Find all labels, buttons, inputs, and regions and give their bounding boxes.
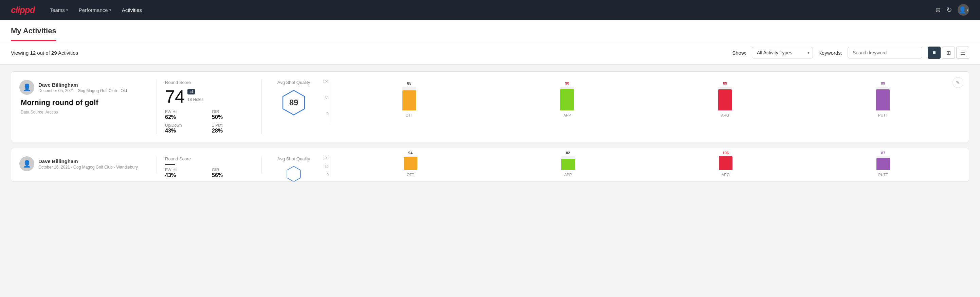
gir-stat: GIR 56%: [212, 168, 253, 179]
nav-performance[interactable]: Performance ▾: [75, 5, 115, 16]
list-compact-view-button[interactable]: ≡: [928, 46, 940, 59]
card-stats: Round Score FW Hit 43% GIR 56%: [165, 156, 253, 179]
one-putt-value: 28%: [212, 128, 253, 134]
nav-right: ⊕ ↻ 👤 ▾: [935, 4, 969, 16]
card-chart: 100 50 0 85 OTT 90: [318, 80, 961, 124]
fw-hit-stat: FW Hit 43%: [165, 168, 207, 179]
divider2: [261, 156, 262, 173]
activity-title: Morning round of golf: [19, 98, 148, 107]
big-score: 74: [165, 88, 185, 105]
page-title-wrap: My Activities: [11, 20, 56, 41]
one-putt-label: 1 Putt: [212, 123, 253, 128]
user-name: Dave Billingham: [38, 82, 127, 88]
updown-label: Up/Down: [165, 123, 207, 128]
hexagon-wrap: [285, 166, 302, 182]
performance-chevron-icon: ▾: [109, 8, 111, 12]
divider2: [261, 80, 262, 134]
grid-view-button[interactable]: ⊞: [942, 46, 955, 59]
gir-label: GIR: [212, 109, 253, 114]
holes-label: 18 Holes: [188, 97, 204, 102]
card-quality: Avg Shot Quality 89: [270, 80, 318, 116]
hexagon: [285, 166, 302, 182]
avatar-icon: 👤: [23, 83, 31, 91]
user-icon: 👤: [959, 6, 966, 14]
bar-arg: 106 ARG: [648, 151, 803, 177]
user-chevron-icon: ▾: [967, 8, 969, 12]
gir-stat: GIR 50%: [212, 109, 253, 120]
fw-hit-label: FW Hit: [165, 168, 207, 172]
card-left: 👤 Dave Billingham October 16, 2021 · Gog…: [19, 156, 148, 175]
bar-putt: 87 PUTT: [806, 151, 961, 177]
card-chart: 100 50 0 94 OTT 82: [318, 156, 961, 182]
show-label: Show:: [732, 50, 746, 56]
nav-activities[interactable]: Activities: [118, 5, 146, 16]
list-wide-view-button[interactable]: ☰: [956, 46, 969, 59]
gir-value: 50%: [212, 114, 253, 120]
bar-arg: 89 ARG: [648, 81, 803, 117]
user-row: 👤 Dave Billingham October 16, 2021 · Gog…: [19, 156, 148, 171]
y-axis: 100 50 0: [323, 80, 329, 124]
user-date: October 16, 2021 · Gog Magog Golf Club -…: [38, 165, 138, 169]
activities-list: ✎ 👤 Dave Billingham December 05, 2021 · …: [0, 65, 980, 194]
page-title: My Activities: [11, 27, 56, 35]
one-putt-stat: 1 Putt 28%: [212, 123, 253, 134]
avatar: 👤: [19, 80, 34, 95]
round-score-row: 74 +4 18 Holes: [165, 88, 253, 105]
fw-hit-stat: FW Hit 62%: [165, 109, 207, 120]
search-input[interactable]: [848, 47, 922, 59]
list-compact-icon: ≡: [932, 50, 935, 56]
logo: clippd: [11, 5, 35, 15]
divider: [156, 156, 157, 173]
card-stats: Round Score 74 +4 18 Holes FW Hit 62% GI…: [165, 80, 253, 134]
round-score-label: Round Score: [165, 156, 253, 161]
activity-card: ✎ 👤 Dave Billingham December 05, 2021 · …: [11, 71, 969, 142]
toolbar: Viewing 12 out of 29 Activities Show: Al…: [0, 41, 980, 65]
card-left: 👤 Dave Billingham December 05, 2021 · Go…: [19, 80, 148, 115]
user-info: Dave Billingham December 05, 2021 · Gog …: [38, 82, 127, 93]
divider: [156, 80, 157, 134]
fw-hit-value: 43%: [165, 172, 207, 179]
nav-teams[interactable]: Teams ▾: [46, 5, 72, 16]
avg-shot-quality-label: Avg Shot Quality: [277, 80, 310, 85]
data-source: Data Source: Arccos: [19, 110, 148, 115]
gir-value: 56%: [212, 172, 253, 179]
teams-chevron-icon: ▾: [66, 8, 68, 12]
viewing-text: Viewing 12 out of 29 Activities: [11, 50, 727, 56]
stats-grid: FW Hit 62% GIR 50% Up/Down 43% 1 Putt 28…: [165, 109, 253, 134]
list-wide-icon: ☰: [960, 50, 965, 56]
fw-hit-value: 62%: [165, 114, 207, 120]
updown-stat: Up/Down 43%: [165, 123, 207, 134]
gir-label: GIR: [212, 168, 253, 172]
activity-card: 👤 Dave Billingham October 16, 2021 · Gog…: [11, 148, 969, 182]
user-info: Dave Billingham October 16, 2021 · Gog M…: [38, 158, 138, 169]
fw-hit-label: FW Hit: [165, 109, 207, 114]
avg-shot-quality-label: Avg Shot Quality: [277, 156, 310, 161]
hexagon-wrap: 89: [280, 89, 307, 116]
grid-icon: ⊞: [947, 50, 951, 56]
activity-type-select[interactable]: All Activity Types: [752, 47, 813, 59]
nav-links: Teams ▾ Performance ▾ Activities: [46, 5, 924, 16]
viewing-count: 12: [30, 50, 36, 56]
view-toggle: ≡ ⊞ ☰: [928, 46, 969, 59]
user-row: 👤 Dave Billingham December 05, 2021 · Go…: [19, 80, 148, 95]
hexagon-score: 89: [289, 98, 299, 107]
page-header: My Activities: [0, 20, 980, 41]
keywords-label: Keywords:: [818, 50, 842, 56]
card-quality: Avg Shot Quality: [270, 156, 318, 182]
svg-marker-1: [287, 166, 301, 182]
user-avatar-nav[interactable]: 👤 ▾: [958, 4, 969, 16]
navbar: clippd Teams ▾ Performance ▾ Activities …: [0, 0, 980, 20]
user-date: December 05, 2021 · Gog Magog Golf Club …: [38, 88, 127, 93]
bar-ott: 94 OTT: [333, 151, 488, 177]
viewing-total: 29: [51, 50, 57, 56]
add-icon[interactable]: ⊕: [935, 6, 941, 14]
hexagon-svg: [285, 166, 302, 182]
avatar: 👤: [19, 156, 34, 171]
bar-app: 90 APP: [490, 81, 645, 117]
refresh-icon[interactable]: ↻: [947, 6, 952, 14]
activity-type-select-wrap: All Activity Types ▾: [752, 47, 813, 59]
bar-app: 82 APP: [491, 151, 646, 177]
stats-grid: FW Hit 43% GIR 56%: [165, 168, 253, 179]
bar-ott: 85 OTT: [332, 81, 487, 117]
score-badge: +4: [188, 89, 195, 94]
